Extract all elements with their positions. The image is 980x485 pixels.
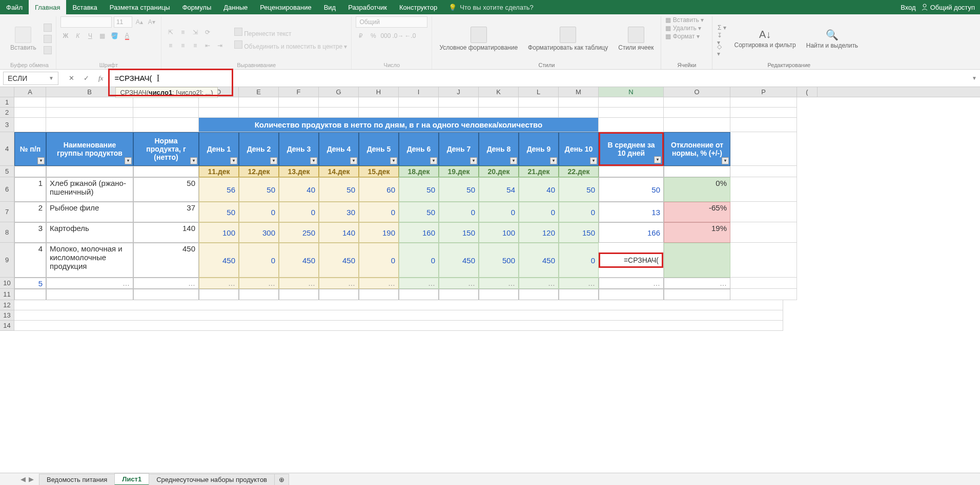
cell[interactable]	[479, 289, 519, 300]
cell[interactable]	[46, 289, 133, 300]
col-header[interactable]: G	[319, 87, 359, 97]
col-header[interactable]: K	[479, 87, 519, 97]
table-header[interactable]: День 5▾	[359, 132, 399, 166]
tab-review[interactable]: Рецензирование	[254, 0, 317, 14]
cell[interactable]: 160	[399, 222, 439, 243]
cell[interactable]: 30	[319, 202, 359, 222]
cell[interactable]: 0	[559, 243, 599, 278]
cell[interactable]	[399, 289, 439, 300]
cell[interactable]: 100	[199, 222, 239, 243]
merge-center-button[interactable]: Объединить и поместить в центре ▾	[234, 40, 348, 50]
row-header[interactable]: 2	[0, 108, 14, 118]
sheet-nav-prev[interactable]: ◀	[21, 475, 26, 483]
cell[interactable]: …	[319, 278, 359, 289]
cell[interactable]: 150	[559, 222, 599, 243]
format-as-table-button[interactable]: Форматировать как таблицу	[525, 25, 611, 53]
currency-icon[interactable]: ₽	[356, 31, 366, 41]
cell[interactable]	[559, 108, 599, 118]
col-header[interactable]: N	[599, 87, 664, 97]
orientation-icon[interactable]: ⟳	[202, 27, 213, 37]
cell[interactable]	[664, 118, 730, 132]
indent-inc-icon[interactable]: ⇥	[215, 40, 225, 51]
align-right-icon[interactable]: ≡	[190, 40, 200, 51]
cell[interactable]: 450	[519, 243, 559, 278]
table-header[interactable]: № п/п▾	[14, 132, 46, 166]
cell[interactable]	[14, 289, 46, 300]
cell[interactable]	[599, 289, 664, 300]
add-sheet-button[interactable]: ⊕	[274, 474, 289, 485]
cell[interactable]: Молоко, молочная и кисломолочные продукц…	[46, 243, 133, 278]
table-header[interactable]: День 8▾	[479, 132, 519, 166]
cell[interactable]	[599, 118, 664, 132]
row-header[interactable]: 9	[0, 243, 14, 278]
cell[interactable]: 0	[559, 202, 599, 222]
cell[interactable]	[319, 289, 359, 300]
col-header[interactable]: L	[519, 87, 559, 97]
table-header[interactable]: День 7▾	[439, 132, 479, 166]
active-cell[interactable]: =СРЗНАЧ(	[599, 243, 664, 278]
cell[interactable]: 50	[133, 177, 199, 202]
cell[interactable]	[730, 118, 797, 132]
col-header[interactable]: F	[279, 87, 319, 97]
cell[interactable]: 50	[239, 177, 279, 202]
cell[interactable]: 450	[133, 243, 199, 278]
filter-icon[interactable]: ▾	[310, 157, 317, 164]
cell[interactable]: Хлеб ржаной (ржано-пшеничный)	[46, 177, 133, 202]
cell[interactable]	[133, 289, 199, 300]
sort-filter-button[interactable]: A↓Сортировка и фильтр	[731, 27, 799, 51]
col-header[interactable]: M	[559, 87, 599, 97]
cell[interactable]: 40	[519, 177, 559, 202]
table-header[interactable]: Норма продукта, г (нетто)▾	[133, 132, 199, 166]
col-header[interactable]: A	[14, 87, 46, 97]
cell[interactable]: 0	[239, 202, 279, 222]
tab-page-layout[interactable]: Разметка страницы	[104, 0, 176, 14]
cell[interactable]: …	[279, 278, 319, 289]
cell[interactable]	[279, 289, 319, 300]
cell[interactable]: 50	[319, 177, 359, 202]
cell[interactable]: …	[46, 278, 133, 289]
row-header[interactable]: 14	[0, 321, 14, 331]
col-header[interactable]: J	[439, 87, 479, 97]
cell[interactable]: 50	[599, 177, 664, 202]
cell[interactable]	[239, 289, 279, 300]
clear-icon[interactable]: ◇ ▾	[717, 45, 727, 55]
cell[interactable]: 40	[279, 177, 319, 202]
cell[interactable]	[14, 108, 46, 118]
align-middle-icon[interactable]: ≡	[178, 27, 188, 37]
cell[interactable]	[279, 97, 319, 108]
underline-button[interactable]: Ч	[85, 31, 95, 41]
font-name-select[interactable]	[60, 16, 112, 28]
col-header[interactable]: O	[664, 87, 730, 97]
cell[interactable]: …	[359, 278, 399, 289]
cell[interactable]	[14, 97, 46, 108]
tab-developer[interactable]: Разработчик	[342, 0, 393, 14]
filter-icon[interactable]: ▾	[722, 157, 729, 164]
cell[interactable]	[359, 108, 399, 118]
cell[interactable]: 2	[14, 202, 46, 222]
cell[interactable]	[730, 289, 797, 300]
cell[interactable]: 450	[319, 243, 359, 278]
tab-view[interactable]: Вид	[318, 0, 342, 14]
filter-icon[interactable]: ▾	[230, 157, 237, 164]
cell[interactable]	[664, 166, 730, 177]
wrap-text-button[interactable]: Перенести текст	[234, 28, 348, 37]
row-header[interactable]: 3	[0, 118, 14, 132]
cell[interactable]: 140	[319, 222, 359, 243]
dec-decimal-icon[interactable]: ←.0	[405, 31, 415, 41]
italic-button[interactable]: К	[73, 31, 83, 41]
cell[interactable]: …	[133, 278, 199, 289]
cell[interactable]	[199, 97, 239, 108]
cell[interactable]: 120	[519, 222, 559, 243]
sheet-tab[interactable]: Лист1	[114, 473, 149, 486]
cell[interactable]: …	[199, 278, 239, 289]
fx-icon[interactable]: fx	[98, 74, 103, 82]
row-header[interactable]: 4	[0, 132, 14, 166]
table-header[interactable]: Отклонение от нормы, % (+/-)▾	[664, 132, 730, 166]
cell[interactable]: 56	[199, 177, 239, 202]
row-header[interactable]: 6	[0, 177, 14, 202]
cell[interactable]	[279, 108, 319, 118]
cell[interactable]	[319, 108, 359, 118]
grow-font-icon[interactable]: A▴	[134, 17, 145, 27]
filter-icon[interactable]: ▾	[350, 157, 357, 164]
cell[interactable]	[46, 97, 133, 108]
